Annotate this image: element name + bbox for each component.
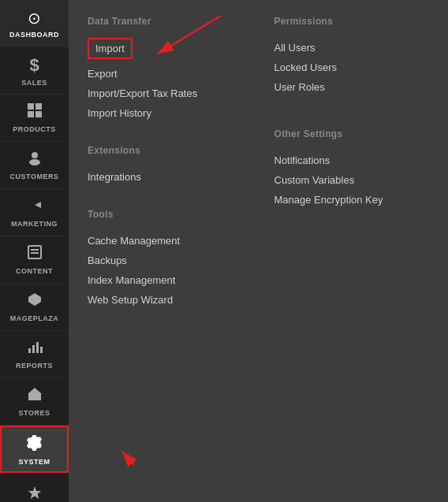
marketing-icon (27, 197, 43, 217)
data-transfer-title: Data Transfer (88, 16, 243, 27)
products-icon (27, 102, 43, 122)
menu-import-history[interactable]: Import History (88, 103, 243, 123)
menu-user-roles[interactable]: User Roles (274, 77, 430, 97)
menu-export[interactable]: Export (88, 64, 243, 84)
sidebar-label-content: CONTENT (16, 267, 53, 275)
customers-icon (27, 150, 43, 169)
dashboard-icon: ⊙ (28, 9, 41, 28)
sidebar-label-marketing: MARKETING (11, 220, 58, 228)
extensions-title: Extensions (88, 145, 243, 156)
right-column: Permissions All Users Locked Users User … (274, 16, 430, 486)
permissions-title: Permissions (274, 16, 430, 27)
sidebar-item-dashboard[interactable]: ⊙ DASHBOARD (0, 0, 69, 47)
menu-import[interactable]: Import (88, 38, 133, 59)
svg-rect-17 (32, 396, 35, 400)
permissions-section: Permissions All Users Locked Users User … (274, 16, 430, 97)
sidebar-item-sales[interactable]: $ SALES (0, 47, 69, 95)
extra-icon (27, 485, 43, 502)
reports-icon (27, 339, 43, 359)
sidebar-label-stores: STORES (19, 409, 50, 417)
svg-rect-9 (31, 252, 39, 254)
sidebar-item-reports[interactable]: REPORTS (0, 331, 69, 378)
sidebar-item-mageplaza[interactable]: MAGEPLAZA (0, 284, 69, 331)
svg-rect-3 (35, 111, 42, 117)
sidebar-item-system[interactable]: SYSTEM (0, 426, 69, 473)
content-icon (27, 244, 43, 264)
menu-integrations[interactable]: Integrations (88, 167, 243, 187)
data-transfer-section: Data Transfer Import Export Import/Expor… (88, 16, 243, 123)
menu-index-management[interactable]: Index Management (88, 270, 243, 290)
sidebar-label-reports: REPORTS (16, 362, 53, 370)
sidebar-label-sales: SALES (21, 79, 47, 87)
menu-all-users[interactable]: All Users (274, 38, 430, 58)
svg-rect-2 (28, 111, 34, 117)
sidebar-item-marketing[interactable]: MARKETING (0, 189, 69, 236)
left-column: Data Transfer Import Export Import/Expor… (88, 16, 243, 486)
sidebar-label-products: PRODUCTS (13, 125, 56, 133)
other-settings-title: Other Settings (274, 128, 430, 139)
menu-web-setup-wizard[interactable]: Web Setup Wizard (88, 290, 243, 310)
main-content: Data Transfer Import Export Import/Expor… (69, 0, 448, 502)
sidebar-item-customers[interactable]: CUSTOMERS (0, 142, 69, 189)
svg-marker-18 (28, 486, 41, 499)
svg-rect-13 (36, 342, 39, 353)
menu-backups[interactable]: Backups (88, 251, 243, 270)
extensions-section: Extensions Integrations (88, 145, 243, 187)
stores-icon (27, 386, 43, 406)
sidebar-item-products[interactable]: PRODUCTS (0, 95, 69, 142)
menu-import-export-tax[interactable]: Import/Export Tax Rates (88, 84, 243, 103)
sidebar-label-mageplaza: MAGEPLAZA (10, 314, 59, 322)
svg-rect-14 (40, 347, 43, 353)
sidebar-label-customers: CUSTOMERS (10, 173, 59, 180)
menu-locked-users[interactable]: Locked Users (274, 58, 430, 77)
system-icon (26, 433, 43, 455)
menu-notifications[interactable]: Notifications (274, 151, 430, 170)
svg-point-4 (32, 152, 38, 158)
sidebar: ⊙ DASHBOARD $ SALES PRODUCTS CUSTOMERS M… (0, 0, 69, 502)
sales-icon: $ (29, 55, 39, 76)
svg-marker-10 (28, 293, 41, 306)
menu-manage-encryption-key[interactable]: Manage Encryption Key (274, 190, 430, 210)
svg-marker-16 (28, 388, 42, 394)
svg-point-5 (29, 159, 40, 165)
svg-rect-12 (32, 345, 35, 353)
svg-marker-6 (28, 202, 41, 208)
sidebar-item-extra[interactable] (0, 473, 69, 502)
other-settings-section: Other Settings Notifications Custom Vari… (274, 128, 430, 210)
sidebar-item-stores[interactable]: STORES (0, 378, 69, 426)
sidebar-label-dashboard: DASHBOARD (9, 31, 59, 39)
mageplaza-icon (27, 292, 43, 311)
svg-rect-0 (28, 103, 34, 110)
menu-cache-management[interactable]: Cache Management (88, 231, 243, 251)
svg-rect-11 (28, 348, 31, 353)
menu-custom-variables[interactable]: Custom Variables (274, 170, 430, 190)
svg-rect-8 (31, 249, 39, 251)
sidebar-item-content[interactable]: CONTENT (0, 236, 69, 284)
tools-title: Tools (88, 209, 243, 220)
tools-section: Tools Cache Management Backups Index Man… (88, 209, 243, 310)
svg-rect-1 (35, 103, 42, 110)
sidebar-label-system: SYSTEM (18, 458, 50, 466)
